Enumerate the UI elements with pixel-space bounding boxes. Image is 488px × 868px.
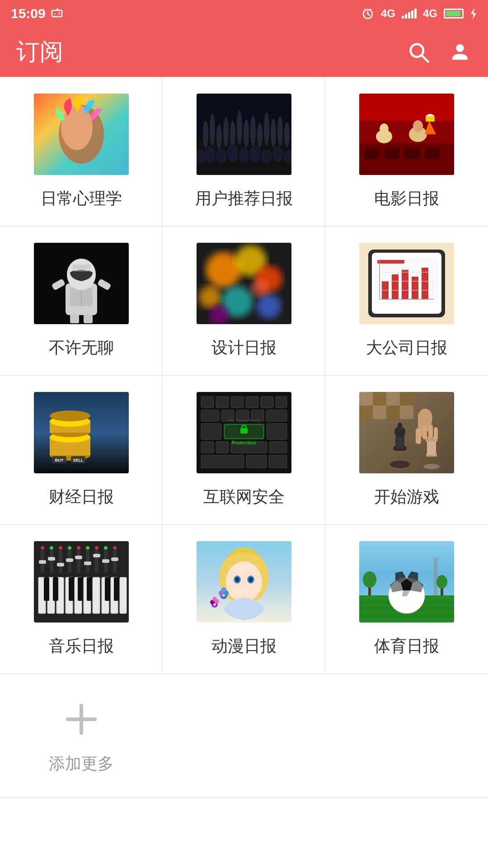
grid-item-anime[interactable]: 动漫日报 [163,525,325,674]
svg-point-13 [456,44,464,52]
svg-point-203 [249,577,253,582]
svg-rect-159 [93,577,100,613]
svg-point-22 [223,118,229,146]
svg-line-12 [422,56,428,62]
psychology-label: 日常心理学 [41,188,122,210]
svg-point-71 [209,305,229,324]
svg-point-194 [95,546,99,550]
game-image [359,392,454,473]
svg-point-30 [277,116,283,146]
svg-point-24 [237,110,242,145]
alarm-icon [361,7,375,20]
svg-rect-79 [392,274,399,299]
usb-icon [51,9,64,19]
svg-point-25 [244,119,249,147]
svg-rect-112 [201,424,221,439]
search-button[interactable] [407,40,430,64]
svg-rect-128 [373,392,386,406]
svg-rect-187 [111,557,118,561]
svg-rect-129 [386,392,400,406]
svg-point-196 [113,546,117,550]
svg-rect-174 [77,550,80,573]
svg-rect-121 [269,455,287,468]
svg-rect-119 [201,455,244,468]
design-image [197,243,291,324]
svg-point-72 [251,279,269,297]
recommended-label: 用户推荐日报 [195,188,293,210]
svg-rect-120 [246,455,267,468]
movie-label: 电影日报 [374,188,439,210]
profile-button[interactable] [448,40,472,64]
music-image [34,541,129,623]
bigcompany-label: 大公司日报 [366,337,447,359]
app-header: 订阅 [0,27,488,77]
svg-point-29 [271,118,276,147]
status-right: 4G 4G [361,7,477,20]
svg-rect-0 [52,10,62,17]
svg-rect-171 [50,550,53,573]
svg-point-19 [203,121,208,148]
svg-point-33 [205,146,216,163]
svg-text:SELL: SELL [73,458,84,462]
bigcompany-image [359,243,454,324]
svg-rect-101 [201,396,214,408]
grid-item-music[interactable]: 音乐日报 [0,525,163,674]
svg-point-188 [41,546,44,550]
svg-point-36 [239,148,249,163]
svg-point-195 [104,546,108,550]
battery-icon [444,9,464,19]
movie-image [359,94,454,175]
svg-rect-118 [269,442,287,453]
svg-rect-115 [201,442,214,453]
svg-point-35 [227,144,238,162]
svg-text:http://blog.csdn.net/: http://blog.csdn.net/ [228,418,260,422]
finance-image: BUY SELL [34,392,129,473]
status-bar: 15:09 4G 4G [0,0,488,27]
svg-rect-181 [57,563,64,566]
grid-item-sports[interactable]: 体育日报 [325,525,488,674]
svg-rect-168 [105,577,110,601]
grid-item-movie[interactable]: 电影日报 [325,77,488,226]
anime-image [197,541,291,623]
svg-point-38 [261,150,272,163]
grid-item-security[interactable]: Protection http://blog.csdn.net/ 互联网安全 [163,376,325,525]
svg-line-7 [368,14,370,15]
svg-rect-111 [266,410,287,421]
grid-item-recommended[interactable]: 用户推荐日报 [163,77,325,226]
security-image: Protection http://blog.csdn.net/ [197,392,291,473]
grid-item-boring[interactable]: 不许无聊 [0,226,163,376]
grid-item-psychology[interactable]: 日常心理学 [0,77,163,226]
svg-rect-114 [267,424,287,439]
boring-label: 不许无聊 [49,337,114,359]
svg-rect-123 [240,428,248,434]
svg-point-31 [284,122,290,147]
svg-rect-151 [434,427,438,440]
svg-rect-116 [216,442,229,453]
boring-image [34,243,129,324]
svg-marker-10 [471,8,476,19]
svg-point-49 [380,123,389,134]
svg-rect-178 [113,550,117,573]
psychology-image [34,94,129,175]
svg-rect-103 [231,396,244,408]
grid-item-finance[interactable]: BUY SELL 财经日报 [0,376,163,525]
svg-point-225 [436,575,447,589]
svg-point-189 [50,546,53,550]
empty-cell-1 [163,674,325,798]
svg-point-2 [56,9,58,10]
svg-point-208 [222,594,225,597]
svg-point-21 [216,124,222,149]
svg-rect-46 [404,148,420,159]
add-more-cell[interactable]: 添加更多 [0,674,163,798]
svg-rect-77 [377,260,404,264]
svg-point-192 [77,546,80,550]
grid-item-game[interactable]: 开始游戏 [325,376,488,525]
svg-point-39 [272,146,283,162]
svg-point-135 [390,461,410,468]
grid-item-design[interactable]: 设计日报 [163,226,325,376]
svg-rect-165 [69,577,74,601]
svg-point-213 [213,604,216,606]
grid-item-bigcompany[interactable]: 大公司日报 [325,226,488,376]
svg-point-212 [212,597,217,601]
svg-rect-176 [95,550,99,573]
